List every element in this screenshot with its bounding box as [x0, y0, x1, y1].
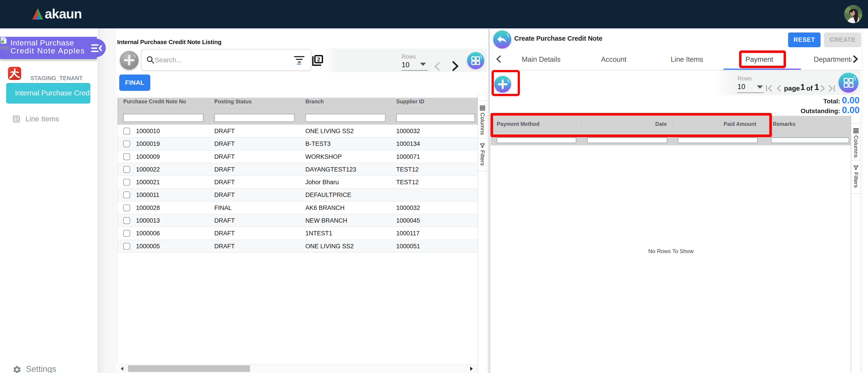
- svg-text:2: 2: [317, 56, 320, 62]
